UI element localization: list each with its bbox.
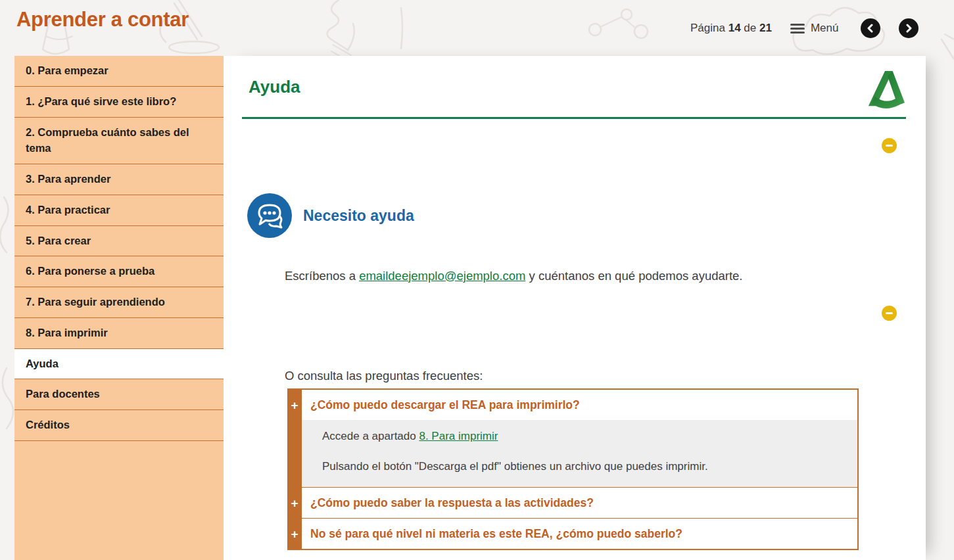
layout: 0. Para empezar 1. ¿Para qué sirve este … [14, 56, 926, 560]
faq-answer-line: Pulsando el botón "Descarga el pdf" obti… [322, 459, 849, 474]
help-section-title: Necesito ayuda [303, 207, 414, 225]
page-title: Ayuda [249, 77, 300, 97]
help-intro-before: Escríbenos a [285, 269, 359, 283]
faq-accordion: + ¿Cómo puedo descargar el REA para impr… [287, 388, 859, 550]
accordion-strip [287, 390, 302, 549]
sidebar-item-para-aprender[interactable]: 3. Para aprender [14, 164, 224, 195]
help-section-header: Necesito ayuda [247, 193, 414, 238]
plus-toggle-icon[interactable]: + [287, 528, 302, 540]
doodle-squiggle-left-1 [0, 197, 8, 252]
doodle-pencil [942, 34, 954, 59]
app-title: Aprender a contar [16, 8, 189, 32]
sidebar-item-para-docentes[interactable]: Para docentes [14, 379, 224, 410]
sidebar-item-para-imprimir[interactable]: 8. Para imprimir [14, 318, 224, 349]
main-content: Ayuda [224, 56, 926, 560]
header-toolbar: Página 14 de 21 Menú [690, 17, 918, 39]
page-nav [861, 18, 918, 38]
plus-toggle-icon[interactable]: + [287, 399, 302, 411]
faq-question-respuestas[interactable]: + ¿Cómo puedo saber la respuesta a las a… [302, 488, 857, 518]
sidebar-item-para-crear[interactable]: 5. Para crear [14, 226, 224, 257]
page-indicator-current: 14 [728, 22, 741, 34]
chevron-left-icon [866, 24, 875, 33]
collapse-section-button[interactable] [882, 306, 897, 321]
faq-item-descargar: + ¿Cómo puedo descargar el REA para impr… [302, 390, 857, 487]
sidebar-item-comprueba[interactable]: 2. Comprueba cuánto sabes del tema [14, 118, 224, 165]
heading-rule [242, 117, 906, 119]
faq-answer-descargar: Accede a apartado 8. Para imprimir Pulsa… [302, 420, 857, 487]
email-link[interactable]: emaildeejemplo@ejemplo.com [359, 269, 525, 283]
page-indicator-of: de [744, 22, 756, 34]
menu-button-label: Menú [811, 22, 839, 35]
doodle-molecule [589, 9, 648, 38]
para-imprimir-link[interactable]: 8. Para imprimir [419, 430, 498, 442]
help-intro-after: y cuéntanos en qué podemos ayudarte. [525, 269, 742, 283]
sidebar-item-ayuda[interactable]: Ayuda [14, 349, 224, 380]
help-intro: Escríbenos a emaildeejemplo@ejemplo.com … [285, 268, 743, 285]
faq-answer-line: Accede a apartado 8. Para imprimir [322, 429, 849, 444]
chat-bubbles-icon [247, 193, 292, 238]
faq-question-label: ¿Cómo puedo descargar el REA para imprim… [302, 391, 588, 419]
sidebar-item-para-practicar[interactable]: 4. Para practicar [14, 195, 224, 226]
faq-question-descargar[interactable]: + ¿Cómo puedo descargar el REA para impr… [302, 390, 857, 420]
chevron-right-icon [904, 24, 913, 33]
page-indicator-prefix: Página [690, 22, 725, 34]
sidebar-item-para-empezar[interactable]: 0. Para empezar [14, 56, 224, 87]
faq-answer-text: Accede a apartado [322, 430, 419, 442]
junta-de-andalucia-logo-icon [867, 69, 905, 112]
plus-toggle-icon[interactable]: + [287, 497, 302, 509]
menu-button[interactable]: Menú [790, 22, 839, 35]
faq-question-label: ¿Cómo puedo saber la respuesta a las act… [302, 489, 602, 517]
doodle-stroke [401, 8, 402, 49]
collapse-minus-icon [886, 145, 893, 147]
next-page-button[interactable] [899, 18, 918, 38]
collapse-minus-icon [886, 312, 893, 315]
page-indicator-total: 21 [759, 22, 772, 34]
faq-lead: O consulta las preguntas frecuentes: [285, 369, 483, 383]
faq-question-nivel-materia[interactable]: + No sé para qué nivel ni materia es est… [302, 519, 857, 549]
doodle-bulb [327, 0, 354, 61]
sidebar-item-creditos[interactable]: Créditos [14, 410, 224, 441]
sidebar: 0. Para empezar 1. ¿Para qué sirve este … [14, 56, 224, 560]
faq-question-label: No sé para qué nivel ni materia es este … [302, 520, 691, 548]
collapse-section-button[interactable] [882, 138, 897, 153]
sidebar-item-seguir-aprendiendo[interactable]: 7. Para seguir aprendiendo [14, 287, 224, 318]
prev-page-button[interactable] [861, 18, 880, 38]
page-indicator: Página 14 de 21 [690, 22, 772, 35]
sidebar-item-para-que-sirve[interactable]: 1. ¿Para qué sirve este libro? [14, 87, 224, 118]
faq-item-nivel-materia: + No sé para qué nivel ni materia es est… [302, 518, 857, 549]
hamburger-icon [790, 24, 805, 34]
sidebar-item-ponerse-a-prueba[interactable]: 6. Para ponerse a prueba [14, 256, 224, 287]
faq-item-respuestas: + ¿Cómo puedo saber la respuesta a las a… [302, 487, 857, 518]
doodle-squiggle-left-2 [3, 368, 13, 429]
